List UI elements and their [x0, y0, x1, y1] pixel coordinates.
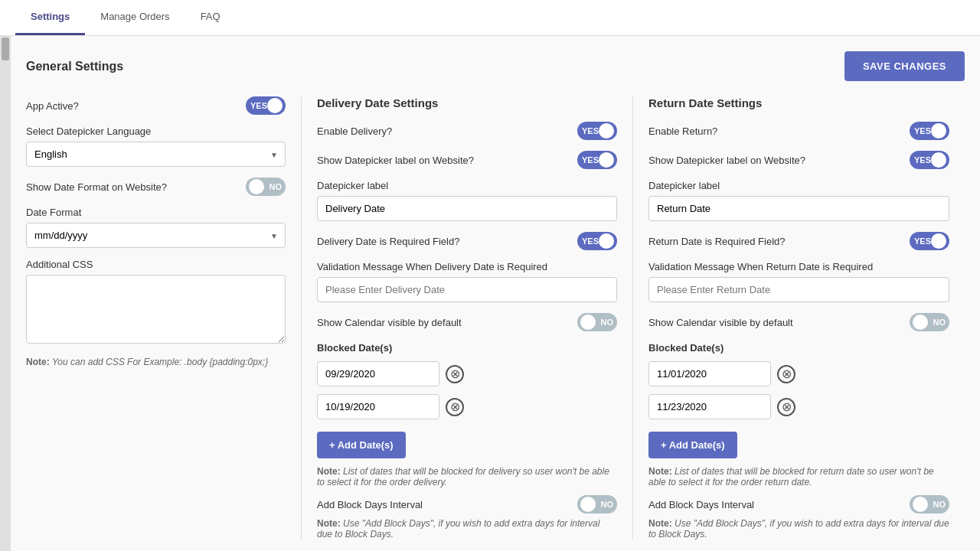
- return-show-datepicker-row: Show Datepicker label on Website? YES: [648, 151, 949, 169]
- delivery-remove-date-1[interactable]: ⊗: [446, 398, 464, 416]
- return-datepicker-label-label: Datepicker label: [648, 180, 949, 191]
- return-required-toggle[interactable]: YES: [910, 232, 949, 250]
- delivery-block-days-row: Add Block Days Interval NO: [317, 495, 617, 514]
- return-enable-toggle-label: YES: [914, 126, 931, 135]
- return-show-datepicker-toggle[interactable]: YES: [910, 151, 949, 169]
- return-required-label: Return Date is Required Field?: [648, 236, 785, 247]
- return-blocked-dates-title: Blocked Date(s): [648, 342, 949, 354]
- delivery-date-input-0[interactable]: [317, 361, 439, 386]
- delivery-blocked-note: Note: List of dates that will be blocked…: [317, 466, 617, 487]
- datepicker-lang-label: Select Datepicker Language: [26, 126, 286, 137]
- return-date-input-1[interactable]: [648, 394, 771, 419]
- delivery-blocked-dates: Blocked Date(s) ⊗ ⊗ + Add Date(s) Note: …: [317, 342, 617, 540]
- return-required-row: Return Date is Required Field? YES: [648, 232, 949, 250]
- delivery-show-calendar-row: Show Calendar visible by default NO: [317, 313, 617, 331]
- css-note-italic: You can add CSS For Example: .body {padd…: [52, 357, 268, 367]
- return-date-row-1: ⊗: [648, 394, 949, 419]
- app-active-label: App Active?: [26, 100, 79, 112]
- save-changes-button[interactable]: SAVE CHANGES: [844, 51, 965, 81]
- delivery-enable-row: Enable Delivery? YES: [317, 122, 617, 140]
- return-datepicker-label-input[interactable]: [648, 196, 949, 221]
- delivery-block-days-note-italic: Use "Add Block Days", if you wish to add…: [317, 518, 599, 540]
- return-validation-group: Validation Message When Return Date is R…: [648, 261, 949, 302]
- return-show-calendar-toggle[interactable]: NO: [910, 313, 949, 331]
- delivery-required-toggle-label: YES: [582, 236, 599, 246]
- delivery-date-row-0: ⊗: [317, 361, 617, 386]
- delivery-enable-label: Enable Delivery?: [317, 126, 392, 137]
- return-add-date-button[interactable]: + Add Date(s): [648, 432, 737, 458]
- delivery-validation-group: Validation Message When Delivery Date is…: [317, 261, 617, 302]
- show-date-format-toggle-label: NO: [270, 182, 283, 191]
- return-remove-date-0[interactable]: ⊗: [777, 365, 795, 383]
- return-blocked-note-bold: Note:: [648, 466, 672, 477]
- return-block-days-toggle-label: NO: [933, 500, 946, 509]
- return-blocked-note: Note: List of dates that will be blocked…: [648, 466, 949, 487]
- return-show-calendar-label: Show Calendar visible by default: [648, 317, 793, 328]
- delivery-block-days-note-bold: Note:: [317, 518, 341, 529]
- app-active-row: App Active? YES: [26, 96, 286, 115]
- app-active-toggle-label: YES: [250, 101, 267, 110]
- return-date-input-0[interactable]: [648, 361, 771, 386]
- return-remove-date-1[interactable]: ⊗: [777, 398, 795, 416]
- return-validation-label: Validation Message When Return Date is R…: [648, 261, 949, 272]
- scrollbar-thumb[interactable]: [2, 37, 9, 60]
- tab-faq[interactable]: FAQ: [185, 0, 236, 35]
- delivery-block-days-toggle-label: NO: [601, 500, 614, 509]
- delivery-show-datepicker-toggle[interactable]: YES: [577, 151, 617, 169]
- additional-css-input[interactable]: [26, 275, 286, 344]
- date-format-label: Date Format: [26, 207, 286, 218]
- delivery-add-date-button[interactable]: + Add Date(s): [317, 432, 406, 458]
- show-date-format-toggle[interactable]: NO: [246, 178, 286, 196]
- return-block-days-toggle[interactable]: NO: [910, 495, 949, 514]
- return-validation-input[interactable]: [648, 277, 949, 302]
- delivery-show-calendar-toggle-label: NO: [601, 318, 614, 327]
- delivery-validation-input[interactable]: [317, 277, 617, 302]
- return-block-days-note: Note: Use "Add Block Days", if you wish …: [648, 518, 949, 540]
- settings-columns: App Active? YES Select Datepicker Langua…: [26, 96, 965, 540]
- return-blocked-dates: Blocked Date(s) ⊗ ⊗ + Add Date(s) Note: …: [648, 342, 949, 540]
- additional-css-group: Additional CSS: [26, 259, 286, 346]
- delivery-enable-toggle[interactable]: YES: [577, 122, 617, 140]
- delivery-block-days-toggle[interactable]: NO: [577, 495, 617, 514]
- app-active-toggle[interactable]: YES: [246, 96, 286, 115]
- delivery-blocked-note-italic: List of dates that will be blocked for d…: [317, 466, 609, 487]
- date-format-select-wrapper[interactable]: mm/dd/yyyy dd/mm/yyyy yyyy/mm/dd: [26, 223, 286, 248]
- datepicker-lang-select[interactable]: English: [26, 142, 286, 167]
- delivery-settings-column: Delivery Date Settings Enable Delivery? …: [302, 96, 633, 540]
- delivery-required-label: Delivery Date is Required Field?: [317, 236, 459, 247]
- delivery-section-title: Delivery Date Settings: [317, 96, 617, 109]
- return-block-days-note-italic: Use "Add Block Days", if you wish to add…: [648, 518, 949, 540]
- css-note-bold: Note:: [26, 357, 50, 367]
- delivery-required-row: Delivery Date is Required Field? YES: [317, 232, 617, 250]
- delivery-date-row-1: ⊗: [317, 394, 617, 419]
- delivery-block-days-label: Add Block Days Interval: [317, 499, 423, 510]
- additional-css-label: Additional CSS: [26, 259, 286, 270]
- delivery-show-datepicker-row: Show Datepicker label on Website? YES: [317, 151, 617, 169]
- delivery-remove-date-0[interactable]: ⊗: [446, 365, 464, 383]
- delivery-date-input-1[interactable]: [317, 394, 439, 419]
- delivery-datepicker-label-input[interactable]: [317, 196, 617, 221]
- datepicker-lang-select-wrapper[interactable]: English: [26, 142, 286, 167]
- date-format-select[interactable]: mm/dd/yyyy dd/mm/yyyy yyyy/mm/dd: [26, 223, 286, 248]
- delivery-required-toggle[interactable]: YES: [577, 232, 617, 250]
- return-show-calendar-row: Show Calendar visible by default NO: [648, 313, 949, 331]
- general-settings-column: App Active? YES Select Datepicker Langua…: [26, 96, 302, 540]
- delivery-show-calendar-toggle[interactable]: NO: [577, 313, 617, 331]
- navigation: Settings Manage Orders FAQ: [0, 0, 980, 36]
- delivery-datepicker-label-group: Datepicker label: [317, 180, 617, 221]
- delivery-show-datepicker-label: Show Datepicker label on Website?: [317, 155, 474, 166]
- return-show-datepicker-label: Show Datepicker label on Website?: [648, 155, 805, 166]
- tab-settings[interactable]: Settings: [15, 0, 85, 35]
- return-datepicker-label-group: Datepicker label: [648, 180, 949, 221]
- scrollbar[interactable]: [0, 36, 11, 551]
- return-enable-toggle[interactable]: YES: [910, 122, 949, 140]
- date-format-group: Date Format mm/dd/yyyy dd/mm/yyyy yyyy/m…: [26, 207, 286, 248]
- content-area: General Settings SAVE CHANGES App Active…: [11, 36, 980, 551]
- delivery-blocked-dates-title: Blocked Date(s): [317, 342, 617, 354]
- tab-manage-orders[interactable]: Manage Orders: [85, 0, 185, 35]
- delivery-block-days-note: Note: Use "Add Block Days", if you wish …: [317, 518, 617, 540]
- show-date-format-row: Show Date Format on Website? NO: [26, 178, 286, 196]
- datepicker-lang-group: Select Datepicker Language English: [26, 126, 286, 167]
- css-note: Note: You can add CSS For Example: .body…: [26, 357, 286, 367]
- page-title: General Settings: [26, 60, 123, 73]
